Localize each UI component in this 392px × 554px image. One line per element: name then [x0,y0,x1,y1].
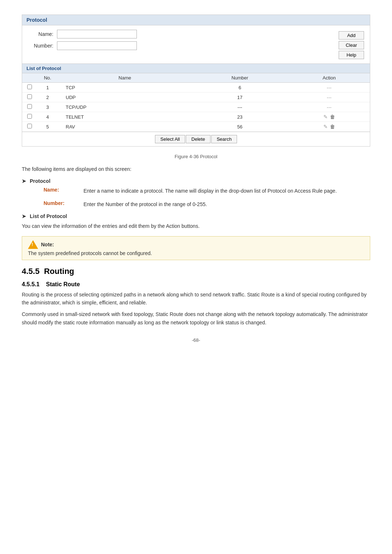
page-number: -68- [22,337,370,343]
number-input[interactable] [57,41,137,50]
list-title: List of Protocol [26,66,61,71]
checkbox-cell [22,122,37,132]
number-term-label: Number: [44,200,73,206]
note-title-row: Note: [28,240,364,249]
static-route-number: 4.5.5.1 [22,281,40,287]
cell-no: 3 [37,102,58,112]
action-dash: --- [327,85,331,90]
cell-number: 17 [191,93,289,102]
cell-name: TELNET [58,112,191,122]
list-header: List of Protocol [22,63,370,73]
col-action: Action [289,73,370,83]
checkbox-cell [22,112,37,122]
name-input[interactable] [57,30,137,38]
protocol-section-label: Protocol [30,178,50,184]
edit-icon[interactable]: ✎ [323,124,328,130]
cell-number: 56 [191,122,289,132]
table-row: 1TCP6--- [22,83,370,93]
list-section-bullet: ➤ List of Protocol [22,213,370,219]
table-row: 4TELNET23✎🗑 [22,112,370,122]
table-row: 3TCP/UDP------ [22,102,370,112]
routing-section-number: 4.5.5 [22,267,40,276]
doc-intro: The following items are displayed on thi… [22,165,370,173]
row-checkbox[interactable] [27,114,32,119]
cell-name: TCP [58,83,191,93]
row-checkbox[interactable] [27,104,32,109]
clear-button[interactable]: Clear [339,41,364,49]
cell-action: --- [289,83,370,93]
cell-number: 23 [191,112,289,122]
routing-section-title: Routing [44,267,74,276]
cell-no: 5 [37,122,58,132]
list-desc: You can view the information of the entr… [22,222,370,230]
cell-no: 2 [37,93,58,102]
checkbox-cell [22,93,37,102]
note-box: Note: The system predefined protocols ca… [22,236,370,260]
bullet-arrow-1: ➤ [22,178,26,184]
cell-name: RAV [58,122,191,132]
checkbox-cell [22,102,37,112]
protocol-section-bullet: ➤ Protocol [22,178,370,184]
edit-icon[interactable]: ✎ [323,114,328,120]
col-no: No. [37,73,58,83]
figure-caption: Figure 4-36 Protocol [22,154,370,159]
name-field-row: Name: [28,30,331,38]
add-button[interactable]: Add [339,31,364,40]
protocol-title: Protocol [26,17,47,23]
col-number: Number [191,73,289,83]
protocol-buttons: Add Clear Help [339,30,364,59]
name-term-desc: Enter a name to indicate a protocol. The… [83,187,370,195]
list-section-label: List of Protocol [30,213,67,219]
cell-action: ✎🗑 [289,122,370,132]
protocol-table: No. Name Number Action 1TCP6---2UDP17---… [22,73,370,132]
table-header-row: No. Name Number Action [22,73,370,83]
static-route-heading: 4.5.5.1 Static Route [22,281,370,288]
cell-number: 6 [191,83,289,93]
cell-action: ✎🗑 [289,112,370,122]
routing-section-heading: 4.5.5 Routing [22,267,370,276]
cell-number: --- [191,102,289,112]
name-label: Name: [28,31,53,37]
name-term-block: Name: Enter a name to indicate a protoco… [44,187,370,195]
protocol-header: Protocol [22,15,370,25]
number-label: Number: [28,43,53,49]
select-all-button[interactable]: Select All [155,135,185,143]
protocol-form: Name: Number: Add Clear Help [22,25,370,63]
action-icons: ✎🗑 [291,114,367,120]
name-term-label: Name: [44,187,73,193]
action-dash: --- [327,95,331,100]
table-row: 5RAV56✎🗑 [22,122,370,132]
cell-no: 4 [37,112,58,122]
table-row: 2UDP17--- [22,93,370,102]
bullet-arrow-2: ➤ [22,213,26,219]
number-term-desc: Enter the Number of the protocol in the … [83,200,370,208]
col-name: Name [58,73,191,83]
routing-para2: Commonly used in small-sized network wit… [22,310,370,327]
note-label: Note: [41,242,54,247]
routing-para1: Routing is the process of selecting opti… [22,291,370,307]
cell-action: --- [289,102,370,112]
warning-icon [28,240,38,249]
search-button[interactable]: Search [211,135,237,143]
action-icons: ✎🗑 [291,124,367,130]
static-route-title: Static Route [46,281,80,287]
note-text: The system predefined protocols cannot b… [28,250,364,256]
protocol-box: Protocol Name: Number: Add Clear Help Li… [22,15,370,147]
table-footer: Select All Delete Search [22,132,370,146]
delete-button[interactable]: Delete [186,135,211,143]
delete-icon[interactable]: 🗑 [330,124,335,130]
col-checkbox [22,73,37,83]
row-checkbox[interactable] [27,124,32,128]
row-checkbox[interactable] [27,85,32,89]
row-checkbox[interactable] [27,94,32,99]
cell-name: TCP/UDP [58,102,191,112]
checkbox-cell [22,83,37,93]
cell-no: 1 [37,83,58,93]
number-term-block: Number: Enter the Number of the protocol… [44,200,370,208]
cell-name: UDP [58,93,191,102]
cell-action: --- [289,93,370,102]
help-button[interactable]: Help [339,51,364,59]
action-dash: --- [327,104,331,110]
number-field-row: Number: [28,41,331,50]
delete-icon[interactable]: 🗑 [330,114,335,120]
